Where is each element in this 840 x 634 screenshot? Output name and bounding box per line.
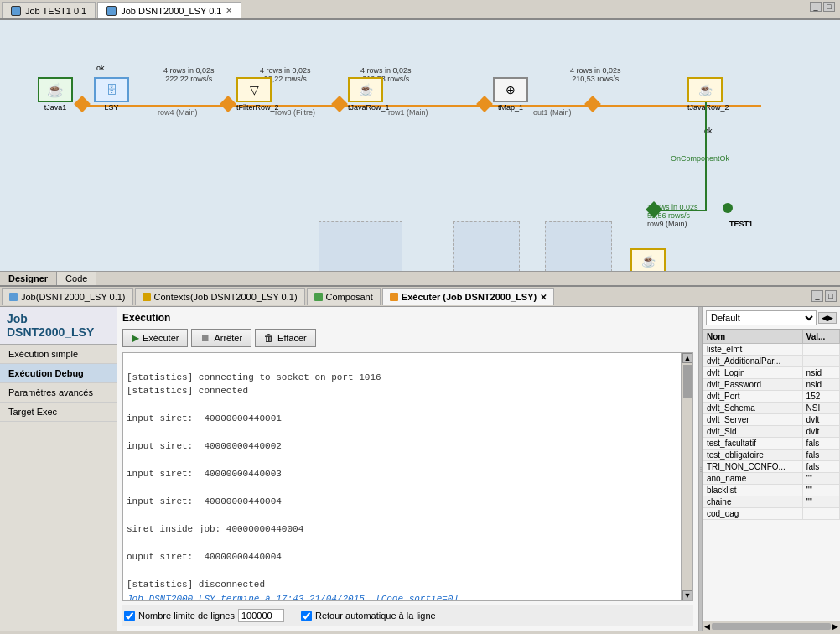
window-minimize[interactable]: _	[810, 2, 822, 12]
flow-area-2	[453, 221, 520, 272]
stop-icon: ⏹	[200, 332, 210, 344]
job-test1-icon	[11, 6, 21, 16]
job-dsnt2000-icon	[106, 6, 117, 16]
panel-minimize[interactable]: _	[811, 290, 823, 302]
console-footer: Nombre limite de lignes Retour automatiq…	[122, 605, 693, 626]
cell-val: fals	[802, 438, 839, 450]
right-panel-hscroll[interactable]: ◀ ▶	[703, 621, 840, 631]
auto-wrap-label[interactable]: Retour automatique à la ligne	[301, 611, 436, 621]
table-row[interactable]: dvlt_Serverdvlt	[703, 414, 840, 426]
flow-area-3	[545, 221, 612, 272]
node-tmap1[interactable]: ⊕ tMap_1	[493, 77, 528, 112]
col-nom: Nom	[703, 330, 803, 344]
table-row[interactable]: cod_oag	[703, 508, 840, 520]
table-row[interactable]: ano_name""	[703, 473, 840, 485]
cell-val: 152	[802, 391, 839, 403]
context-select[interactable]: Default	[706, 310, 817, 325]
tab-contexts[interactable]: Contexts(Job DSNT2000_LSY 0.1)	[135, 288, 305, 305]
bottom-tab-composant-label: Composant	[326, 292, 373, 302]
ok-label-1: ok	[96, 64, 105, 72]
table-row[interactable]: dvlt_SchemaNSI	[703, 403, 840, 414]
table-row[interactable]: dvlt_Port152	[703, 391, 840, 403]
node-tjavarow1[interactable]: ☕ tJavaRow_1	[348, 77, 390, 112]
node-lsy[interactable]: 🗄 LSY	[94, 77, 129, 112]
sidebar-item-target[interactable]: Target Exec	[0, 403, 117, 422]
left-sidebar: Job DSNT2000_LSY Exécution simple Exécut…	[0, 307, 117, 631]
tab-job-panel[interactable]: Job(DSNT2000_LSY 0.1)	[2, 288, 133, 305]
tab-composant[interactable]: Composant	[307, 288, 381, 305]
tab-designer[interactable]: Designer	[0, 272, 57, 285]
line-limit-input[interactable]	[238, 609, 284, 622]
connector-diamond-1	[74, 96, 91, 112]
workflow-canvas: 4 rows in 0,02s222,22 rows/s 4 rows in 0…	[0, 20, 840, 287]
cell-nom: test_obligatoire	[703, 450, 803, 461]
cell-val: dvlt	[802, 426, 839, 438]
sidebar-item-exec-debug[interactable]: Exécution Debug	[0, 364, 117, 383]
scroll-thumb[interactable]	[683, 365, 692, 398]
node-tjava1[interactable]: ☕ tJava1	[38, 77, 73, 112]
line-limit-label[interactable]: Nombre limite de lignes	[124, 609, 284, 622]
test1-label: TEST1	[729, 220, 753, 228]
stats-out1: 4 rows in 0,02s210,53 rows/s	[570, 66, 621, 83]
col-val: Val...	[802, 330, 839, 344]
tab-close-icon[interactable]: ✕	[226, 6, 232, 15]
node-tfilterrow2[interactable]: ▽ tFilterRow_2	[236, 77, 279, 112]
table-row[interactable]: liste_elmt	[703, 344, 840, 356]
console-scrollbar[interactable]: ▲ ▼	[682, 352, 693, 601]
table-row[interactable]: chaine""	[703, 496, 840, 508]
exec-main-area: Exécution ▶ Exécuter ⏹ Arrêter 🗑 Effacer	[117, 307, 698, 631]
clear-icon: 🗑	[264, 332, 274, 344]
panel-maximize[interactable]: □	[825, 290, 837, 302]
node-tjavarow2[interactable]: ☕ tJavaRow_2	[687, 77, 729, 112]
table-row[interactable]: dvlt_Passwordnsid	[703, 379, 840, 391]
table-row[interactable]: blacklist""	[703, 485, 840, 496]
job-title: Job DSNT2000_LSY	[0, 307, 117, 345]
table-row[interactable]: dvlt_AdditionalPar...	[703, 356, 840, 367]
connector-diamond-5	[584, 96, 601, 112]
cell-nom: liste_elmt	[703, 344, 803, 356]
table-row[interactable]: TRI_NON_CONFO...fals	[703, 461, 840, 473]
auto-wrap-checkbox[interactable]	[301, 611, 312, 621]
cell-nom: cod_oag	[703, 508, 803, 520]
tab-executer-close[interactable]: ✕	[540, 293, 547, 302]
green-dot	[723, 203, 733, 213]
exec-buttons-row: ▶ Exécuter ⏹ Arrêter 🗑 Effacer	[122, 329, 693, 347]
sidebar-item-params[interactable]: Paramètres avancés	[0, 383, 117, 403]
line-limit-checkbox[interactable]	[124, 611, 135, 621]
scroll-down[interactable]: ▼	[682, 590, 692, 600]
cell-val: ""	[802, 473, 839, 485]
table-row[interactable]: dvlt_Loginnsid	[703, 367, 840, 379]
bottom-panel: Job(DSNT2000_LSY 0.1) Contexts(Job DSNT2…	[0, 287, 840, 631]
stop-button[interactable]: ⏹ Arrêter	[191, 329, 251, 347]
sidebar-item-exec-simple[interactable]: Exécution simple	[0, 345, 117, 364]
tab-executer[interactable]: Exécuter (Job DSNT2000_LSY) ✕	[382, 288, 554, 305]
scroll-up[interactable]: ▲	[682, 353, 692, 363]
exec-section-title: Exécution	[122, 312, 693, 324]
window-maximize[interactable]: □	[823, 2, 835, 12]
execute-button[interactable]: ▶ Exécuter	[122, 329, 188, 347]
table-row[interactable]: test_facultatiffals	[703, 438, 840, 450]
right-panel-table: Nom Val... liste_elmtdvlt_AdditionalPar.…	[703, 330, 840, 621]
tab-code[interactable]: Code	[57, 272, 96, 285]
clear-button[interactable]: 🗑 Effacer	[255, 329, 316, 347]
cell-nom: dvlt_Server	[703, 414, 803, 426]
flow-area-1	[319, 221, 402, 272]
bottom-tab-contexts-label: Contexts(Job DSNT2000_LSY 0.1)	[154, 292, 298, 302]
cell-val	[802, 344, 839, 356]
cell-val: ""	[802, 485, 839, 496]
table-row[interactable]: dvlt_Siddvlt	[703, 426, 840, 438]
cell-nom: chaine	[703, 496, 803, 508]
cell-val	[802, 356, 839, 367]
tab-icon-composant	[314, 293, 323, 301]
table-row[interactable]: test_obligatoirefals	[703, 450, 840, 461]
tab-job-test1[interactable]: Job TEST1 0.1	[2, 2, 96, 18]
cell-val	[802, 508, 839, 520]
tab-icon-contexts	[143, 293, 151, 301]
stats-row9: row9 (Main)	[647, 220, 687, 228]
cell-nom: dvlt_Password	[703, 379, 803, 391]
connector-diamond-3	[331, 96, 348, 112]
tab-icon-executer	[390, 293, 398, 301]
tab-job-dsnt2000[interactable]: Job DSNT2000_LSY 0.1 ✕	[97, 2, 241, 18]
cell-nom: dvlt_Sid	[703, 426, 803, 438]
right-panel-scroll-left[interactable]: ◀▶	[818, 312, 837, 324]
